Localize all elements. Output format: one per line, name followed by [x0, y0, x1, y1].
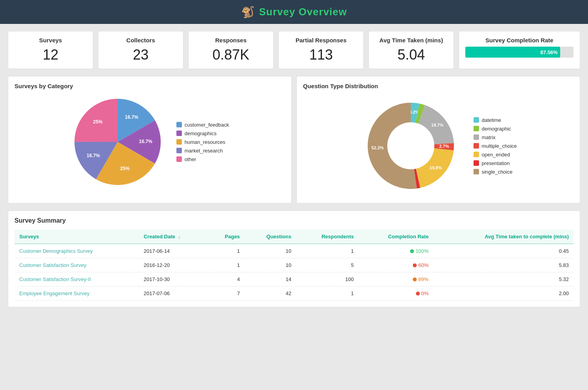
survey-pages: 1	[208, 258, 244, 272]
kpi-avgtime-value: 5.04	[375, 47, 447, 63]
legend-presentation: presentation	[474, 160, 517, 166]
survey-completion: 60%	[359, 258, 434, 272]
kpi-partial: Partial Responses 113	[278, 31, 364, 69]
kpi-collectors-value: 23	[105, 47, 177, 63]
donut-chart-inner: 3.2%18.7%2.7%19.8%52.2% datetime demogra…	[303, 95, 573, 197]
svg-text:25%: 25%	[120, 166, 129, 171]
survey-pages: 7	[208, 287, 244, 301]
survey-respondents: 100	[296, 272, 358, 287]
svg-text:18.7%: 18.7%	[431, 123, 443, 127]
survey-table-header: Surveys Created Date ↓ Pages Questions R…	[15, 230, 573, 244]
donut-svg: 3.2%18.7%2.7%19.8%52.2%	[360, 95, 462, 197]
surveys-by-category-title: Surveys by Category	[15, 83, 285, 89]
table-row: Customer Demographics Survey 2017-06-14 …	[15, 244, 573, 258]
svg-text:16.7%: 16.7%	[125, 114, 138, 120]
table-row: Customer Satisfaction Survey 2016-12-20 …	[15, 258, 573, 272]
svg-text:19.8%: 19.8%	[429, 165, 441, 170]
legend-market-research: market_research	[176, 148, 229, 154]
legend-label-other: other	[185, 156, 196, 162]
kpi-avgtime-label: Avg Time Taken (mins)	[375, 37, 447, 44]
survey-table-body: Customer Demographics Survey 2017-06-14 …	[15, 244, 573, 301]
survey-date: 2017-07-06	[139, 287, 208, 301]
main-content: Surveys 12 Collectors 23 Responses 0.87K…	[0, 24, 588, 314]
legend-label-open-ended: open_ended	[482, 152, 510, 158]
survey-name[interactable]: Customer Satisfaction Survey	[15, 258, 139, 272]
kpi-responses: Responses 0.87K	[188, 31, 274, 69]
table-row: Employee Engagement Survey 2017-07-06 7 …	[15, 287, 573, 301]
question-type-card: Question Type Distribution 3.2%18.7%2.7%…	[296, 76, 580, 203]
legend-box-market-research	[176, 148, 182, 153]
completion-pct: 89%	[418, 276, 428, 282]
col-created-date[interactable]: Created Date ↓	[139, 230, 208, 244]
legend-datetime: datetime	[474, 117, 517, 123]
survey-name[interactable]: Employee Engagement Survey	[15, 287, 139, 301]
svg-text:16.7%: 16.7%	[139, 139, 152, 144]
legend-box-matrix	[474, 134, 479, 140]
survey-questions: 42	[245, 287, 296, 301]
completion-dot	[413, 278, 417, 281]
survey-name[interactable]: Customer Demographics Survey	[15, 244, 139, 258]
survey-date: 2017-06-14	[139, 244, 208, 258]
donut-legend: datetime demographic matrix multiple_cho…	[474, 117, 517, 175]
legend-label-customer-feedback: customer_feedback	[185, 122, 229, 128]
col-questions: Questions	[245, 230, 296, 244]
legend-multiple-choice: multiple_choice	[474, 143, 517, 149]
legend-label-presentation: presentation	[482, 160, 510, 166]
kpi-partial-label: Partial Responses	[285, 37, 357, 44]
survey-name[interactable]: Customer Satisfaction Survey-II	[15, 272, 139, 287]
survey-questions: 10	[245, 258, 296, 272]
kpi-responses-label: Responses	[195, 37, 267, 44]
legend-box-datetime	[474, 117, 479, 123]
legend-demographics: demographics	[176, 131, 229, 136]
completion-dot	[416, 292, 420, 296]
pie-legend: customer_feedback demographics human_res…	[176, 122, 229, 162]
survey-avg-time: 5.32	[433, 272, 573, 287]
legend-box-open-ended	[474, 152, 479, 157]
legend-box-multiple-choice	[474, 143, 479, 149]
survey-date: 2017-10-30	[139, 272, 208, 287]
legend-customer-feedback: customer_feedback	[176, 122, 229, 128]
survey-completion: 89%	[359, 272, 434, 287]
survey-questions: 14	[245, 272, 296, 287]
survey-respondents: 5	[296, 258, 358, 272]
completion-pct: 60%	[418, 262, 428, 268]
pie-chart: 16.7%16.7%25%16.7%25%	[71, 95, 165, 189]
legend-box-other	[176, 156, 182, 162]
legend-label-human-resources: human_resources	[185, 139, 225, 145]
completion-dot	[413, 263, 417, 267]
donut-chart: 3.2%18.7%2.7%19.8%52.2%	[360, 95, 462, 197]
legend-label-demographic: demographic	[482, 126, 511, 132]
legend-other: other	[176, 156, 229, 162]
legend-label-multiple-choice: multiple_choice	[482, 143, 517, 149]
survey-pages: 1	[208, 244, 244, 258]
survey-avg-time: 2.00	[433, 287, 573, 301]
survey-respondents: 1	[296, 244, 358, 258]
kpi-avgtime: Avg Time Taken (mins) 5.04	[368, 31, 454, 69]
app-title: Survey Overview	[259, 6, 347, 18]
legend-label-single-choice: single_choice	[482, 169, 513, 175]
kpi-completion-label: Survey Completion Rate	[465, 37, 573, 44]
legend-box-demographic	[474, 126, 479, 131]
question-type-title: Question Type Distribution	[303, 83, 573, 89]
surveys-by-category-card: Surveys by Category 16.7%16.7%25%16.7%25…	[8, 76, 292, 203]
survey-completion: 0%	[359, 287, 434, 301]
kpi-responses-value: 0.87K	[195, 47, 267, 63]
svg-text:2.7%: 2.7%	[439, 144, 449, 149]
completion-bar: 87.56%	[465, 47, 573, 58]
kpi-partial-value: 113	[285, 47, 357, 63]
legend-label-demographics: demographics	[185, 131, 217, 136]
survey-summary-title: Survey Summary	[15, 217, 573, 224]
legend-label-datetime: datetime	[482, 117, 501, 123]
completion-bar-text: 87.56%	[541, 49, 558, 55]
kpi-collectors-label: Collectors	[105, 37, 177, 44]
svg-text:52.2%: 52.2%	[371, 145, 383, 150]
legend-demographic: demographic	[474, 126, 517, 132]
legend-box-human-resources	[176, 139, 182, 145]
kpi-surveys-label: Surveys	[15, 37, 87, 44]
col-respondents: Respondents	[296, 230, 358, 244]
app-header: 🐒 Survey Overview	[0, 0, 588, 24]
kpi-row: Surveys 12 Collectors 23 Responses 0.87K…	[8, 31, 580, 69]
pie-svg-proper: 16.7%16.7%25%16.7%25%	[71, 95, 165, 189]
kpi-surveys: Surveys 12	[8, 31, 93, 69]
table-row: Customer Satisfaction Survey-II 2017-10-…	[15, 272, 573, 287]
